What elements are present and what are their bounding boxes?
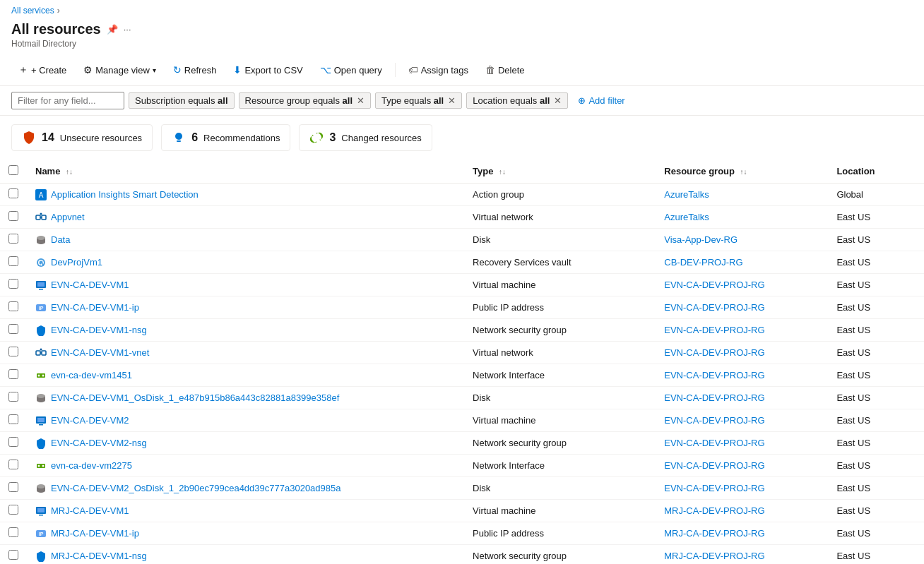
row-checkbox[interactable] [8, 234, 18, 244]
col-header-name[interactable]: Name ↑↓ [27, 160, 464, 184]
filter-tag-resource-group-close[interactable]: ✕ [357, 95, 365, 106]
open-query-button[interactable]: ⌥ Open query [313, 61, 389, 79]
filter-tag-location-close[interactable]: ✕ [554, 95, 562, 106]
row-checkbox[interactable] [8, 347, 18, 356]
page-subtitle: Hotmail Directory [11, 39, 913, 49]
recommendations-count: 6 [191, 131, 198, 144]
manage-view-button[interactable]: ⚙ Manage view ▾ [76, 61, 163, 79]
resource-name-link[interactable]: EVN-CA-DEV-VM1 [51, 280, 129, 290]
resource-name-link[interactable]: MRJ-CA-DEV-VM1-nsg [51, 551, 147, 561]
resource-group-link[interactable]: EVN-CA-DEV-PROJ-RG [664, 370, 764, 380]
row-checkbox-cell [0, 545, 27, 565]
resources-table-container: Name ↑↓ Type ↑↓ Resource group ↑↓ Locati… [0, 160, 924, 564]
assign-tags-button[interactable]: 🏷 Assign tags [401, 61, 475, 79]
resource-name-link[interactable]: EVN-CA-DEV-VM2-nsg [51, 438, 147, 448]
row-type-cell: Recovery Services vault [464, 251, 656, 274]
export-csv-button[interactable]: ⬇ Export to CSV [226, 61, 309, 79]
select-all-checkbox[interactable] [8, 165, 18, 175]
row-name-cell: evn-ca-dev-vm2275 [27, 455, 464, 477]
chevron-down-icon: ▾ [153, 66, 156, 74]
resource-group-link[interactable]: AzureTalks [664, 189, 709, 200]
resource-name-link[interactable]: EVN-CA-DEV-VM1-nsg [51, 325, 147, 335]
summary-card-unsecure[interactable]: 14 Unsecure resources [11, 124, 153, 151]
resource-name-link[interactable]: Appvnet [51, 212, 85, 222]
row-checkbox[interactable] [8, 211, 18, 221]
row-checkbox[interactable] [8, 324, 18, 334]
col-header-resource-group[interactable]: Resource group ↑↓ [656, 160, 828, 184]
resource-group-link[interactable]: MRJ-CA-DEV-PROJ-RG [664, 551, 764, 561]
refresh-button[interactable]: ↻ Refresh [166, 61, 224, 79]
resource-group-link[interactable]: EVN-CA-DEV-PROJ-RG [664, 483, 764, 493]
resource-name-link[interactable]: MRJ-CA-DEV-VM1 [51, 505, 129, 516]
row-checkbox[interactable] [8, 437, 18, 447]
row-checkbox[interactable] [8, 550, 18, 560]
svg-text:IP: IP [39, 532, 44, 536]
table-row: MRJ-CA-DEV-VM1 Virtual machine MRJ-CA-DE… [0, 500, 924, 522]
resource-group-link[interactable]: EVN-CA-DEV-PROJ-RG [664, 392, 764, 403]
resource-group-link[interactable]: Visa-App-Dev-RG [664, 234, 738, 245]
resource-group-link[interactable]: EVN-CA-DEV-PROJ-RG [664, 415, 764, 426]
row-checkbox[interactable] [8, 369, 18, 379]
row-type-cell: Network Interface [464, 364, 656, 387]
resources-table: Name ↑↓ Type ↑↓ Resource group ↑↓ Locati… [0, 160, 924, 564]
resource-group-link[interactable]: EVN-CA-DEV-PROJ-RG [664, 460, 764, 471]
select-all-header [0, 160, 27, 184]
resource-group-link[interactable]: CB-DEV-PROJ-RG [664, 257, 742, 268]
row-checkbox[interactable] [8, 527, 18, 537]
query-icon: ⌥ [320, 64, 331, 76]
resource-group-link[interactable]: EVN-CA-DEV-PROJ-RG [664, 347, 764, 358]
resource-name-link[interactable]: MRJ-CA-DEV-VM1-ip [51, 528, 139, 539]
resource-group-link[interactable]: EVN-CA-DEV-PROJ-RG [664, 438, 764, 448]
col-header-type[interactable]: Type ↑↓ [464, 160, 656, 184]
row-checkbox[interactable] [8, 482, 18, 492]
more-options-icon[interactable]: ··· [124, 24, 131, 35]
col-header-location[interactable]: Location [828, 160, 924, 184]
pin-icon[interactable]: 📌 [107, 24, 118, 35]
resource-name-link[interactable]: EVN-CA-DEV-VM2_OsDisk_1_2b90ec799cea4dd3… [51, 483, 341, 493]
row-name-cell: MRJ-CA-DEV-VM1 [27, 500, 464, 522]
add-filter-button[interactable]: ⊕ Add filter [572, 93, 630, 108]
resource-name-link[interactable]: EVN-CA-DEV-VM1-vnet [51, 347, 149, 358]
resource-name-link[interactable]: EVN-CA-DEV-VM1-ip [51, 302, 139, 313]
resource-group-link[interactable]: EVN-CA-DEV-PROJ-RG [664, 280, 764, 290]
resource-name-link[interactable]: evn-ca-dev-vm2275 [51, 460, 132, 471]
resource-group-link[interactable]: MRJ-CA-DEV-PROJ-RG [664, 505, 764, 516]
filter-tag-type-close[interactable]: ✕ [448, 95, 456, 106]
row-checkbox[interactable] [8, 460, 18, 469]
table-row: EVN-CA-DEV-VM1 Virtual machine EVN-CA-DE… [0, 274, 924, 296]
row-type-cell: Public IP address [464, 296, 656, 319]
row-location-cell: East US [828, 296, 924, 319]
resource-name-link[interactable]: Application Insights Smart Detection [51, 189, 199, 200]
resource-group-link[interactable]: EVN-CA-DEV-PROJ-RG [664, 325, 764, 335]
resource-name-link[interactable]: EVN-CA-DEV-VM1_OsDisk_1_e487b915b86a443c… [51, 392, 339, 403]
row-checkbox[interactable] [8, 505, 18, 515]
row-checkbox-cell [0, 206, 27, 229]
resource-name-link[interactable]: Data [51, 234, 70, 245]
row-checkbox[interactable] [8, 188, 18, 198]
resource-name-link[interactable]: DevProjVm1 [51, 257, 102, 268]
table-row: Appvnet Virtual network AzureTalks East … [0, 206, 924, 229]
row-checkbox[interactable] [8, 279, 18, 289]
breadcrumb-link[interactable]: All services [11, 6, 54, 16]
row-checkbox[interactable] [8, 256, 18, 266]
summary-card-recommendations[interactable]: 6 Recommendations [161, 124, 290, 151]
resource-group-link[interactable]: AzureTalks [664, 212, 709, 222]
row-type-cell: Virtual machine [464, 409, 656, 432]
resource-name-link[interactable]: evn-ca-dev-vm1451 [51, 370, 132, 380]
row-checkbox[interactable] [8, 392, 18, 402]
row-rg-cell: Visa-App-Dev-RG [656, 229, 828, 251]
resource-group-link[interactable]: EVN-CA-DEV-PROJ-RG [664, 302, 764, 313]
delete-button[interactable]: 🗑 Delete [478, 61, 532, 79]
resource-group-link[interactable]: MRJ-CA-DEV-PROJ-RG [664, 528, 764, 539]
svg-point-0 [175, 133, 182, 140]
row-checkbox[interactable] [8, 301, 18, 311]
summary-card-changed[interactable]: 3 Changed resources [299, 124, 432, 151]
trash-icon: 🗑 [485, 64, 495, 76]
row-checkbox[interactable] [8, 414, 18, 424]
row-type-cell: Disk [464, 387, 656, 409]
filter-input[interactable] [11, 92, 124, 109]
resource-name-link[interactable]: EVN-CA-DEV-VM2 [51, 415, 129, 426]
row-checkbox-cell [0, 274, 27, 296]
create-button[interactable]: ＋ + Create [11, 60, 73, 80]
table-row: EVN-CA-DEV-VM2_OsDisk_1_2b90ec799cea4dd3… [0, 477, 924, 500]
